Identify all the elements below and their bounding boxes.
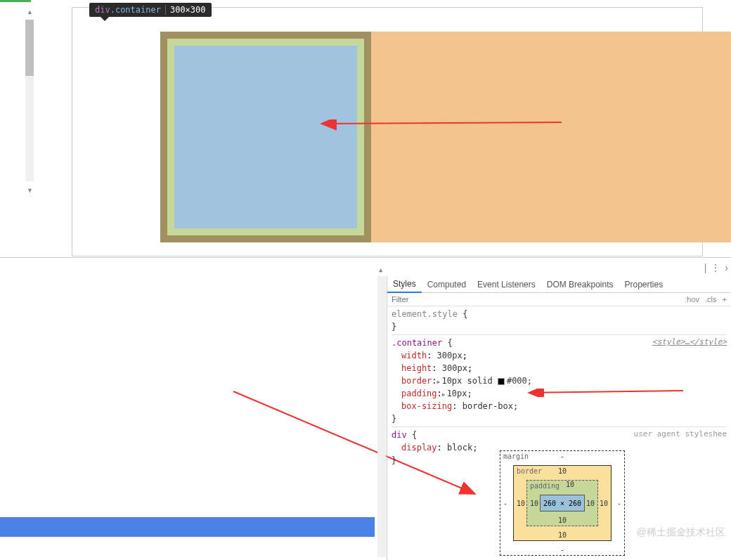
tooltip-dims: 300×300 bbox=[170, 5, 206, 15]
chevron-right-icon[interactable]: › bbox=[725, 262, 728, 273]
margin-label: margin bbox=[503, 452, 529, 460]
scroll-up-icon[interactable]: ▲ bbox=[379, 266, 382, 273]
hov-toggle[interactable]: :hov bbox=[685, 295, 699, 304]
rule-container[interactable]: .container { <style>…</style> width: 300… bbox=[392, 337, 727, 425]
devtools-scrollbar[interactable]: ▲ bbox=[377, 276, 386, 557]
tooltip-class: .container bbox=[110, 5, 161, 15]
rule-element-style[interactable]: element.style { } bbox=[392, 308, 727, 333]
tab-computed[interactable]: Computed bbox=[422, 277, 472, 292]
page-scrollbar[interactable]: ▲ ▼ bbox=[25, 20, 34, 181]
tab-dom-breakpoints[interactable]: DOM Breakpoints bbox=[541, 277, 619, 292]
color-swatch-icon[interactable] bbox=[498, 378, 505, 385]
bottom-selection-bar bbox=[0, 517, 375, 537]
border-label: border bbox=[517, 467, 542, 475]
rule-source-link[interactable]: <style>…</style> bbox=[652, 337, 727, 349]
scroll-down-icon[interactable]: ▼ bbox=[27, 187, 33, 194]
devtools-styles-panel: ▲ Styles Computed Event Listeners DOM Br… bbox=[387, 276, 731, 560]
rule-source-ua: user agent styleshee bbox=[634, 429, 727, 441]
tooltip-tag: div bbox=[95, 5, 110, 15]
svg-line-1 bbox=[321, 122, 562, 124]
tab-properties[interactable]: Properties bbox=[619, 277, 668, 292]
demo-background bbox=[160, 32, 731, 242]
expand-icon: ▶ bbox=[437, 378, 441, 386]
padding-label: padding bbox=[530, 482, 559, 490]
container-padding-area bbox=[167, 39, 364, 235]
content-dims: 260 × 260 bbox=[540, 495, 585, 512]
styles-filter-input[interactable] bbox=[392, 295, 685, 304]
tab-styles[interactable]: Styles bbox=[387, 276, 422, 293]
cls-toggle[interactable]: .cls bbox=[705, 295, 717, 304]
styles-rules-pane: element.style { } .container { <style>…<… bbox=[387, 306, 731, 468]
element-highlight-tooltip: div.container300×300 bbox=[89, 3, 212, 17]
add-rule-button[interactable]: + bbox=[723, 295, 727, 304]
annotation-arrow-1 bbox=[311, 119, 564, 132]
scroll-up-icon[interactable]: ▲ bbox=[27, 8, 33, 15]
divider-icon: | bbox=[704, 262, 707, 273]
box-model-diagram[interactable]: margin - - - - border 10 10 10 10 paddin… bbox=[500, 450, 625, 556]
expand-icon: ▶ bbox=[442, 391, 446, 399]
container-content-area bbox=[174, 46, 357, 228]
devtools-toolbar-right: | ⋮ › bbox=[701, 261, 731, 275]
devtools-tabs: Styles Computed Event Listeners DOM Brea… bbox=[387, 276, 731, 293]
styles-filter-row: :hov .cls + bbox=[387, 293, 731, 306]
more-icon[interactable]: ⋮ bbox=[711, 262, 720, 273]
tab-event-listeners[interactable]: Event Listeners bbox=[472, 277, 541, 292]
container-element[interactable] bbox=[160, 32, 371, 242]
